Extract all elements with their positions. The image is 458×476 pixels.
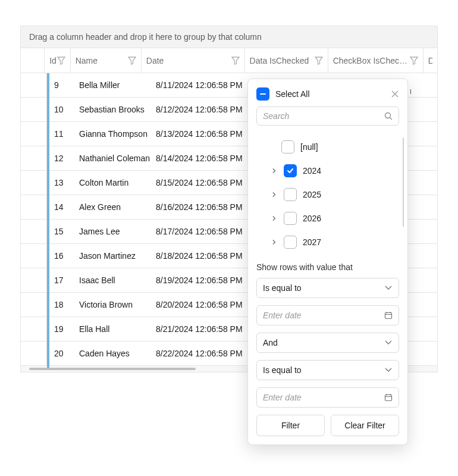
search-input[interactable] [263, 111, 384, 121]
tree-item[interactable]: 2025 [256, 183, 399, 206]
operator2-combo[interactable]: Is equal to [256, 360, 399, 380]
tree-item[interactable]: 2026 [256, 206, 399, 230]
column-label: Data IsChecked [250, 56, 309, 65]
cell-id[interactable]: 20 [47, 349, 74, 358]
tree-checkbox[interactable] [284, 212, 297, 225]
cell-id[interactable]: 11 [47, 129, 74, 139]
cell-date[interactable]: 8/21/2024 12:06:58 PM [151, 324, 263, 334]
funnel-icon[interactable] [128, 57, 136, 65]
cell-tick-indicator [410, 89, 414, 94]
cell-id[interactable]: 10 [47, 105, 74, 114]
funnel-icon[interactable] [231, 57, 240, 65]
cell-id[interactable]: 12 [47, 154, 74, 163]
column-header-checkbox-ischecked[interactable]: CheckBox IsChecked [328, 48, 424, 73]
select-all-row[interactable]: Select All [256, 87, 310, 101]
expand-icon[interactable] [271, 167, 278, 174]
date2-input[interactable]: Enter date [256, 387, 399, 408]
cell-name[interactable]: Sebastian Brooks [74, 105, 151, 114]
row-indicator-cell [21, 73, 47, 97]
row-indicator-cell [21, 244, 47, 268]
cell-id[interactable]: 16 [47, 251, 74, 261]
date-placeholder: Enter date [263, 311, 302, 320]
chevron-down-icon [384, 284, 393, 292]
cell-id[interactable]: 9 [47, 80, 74, 90]
row-indicator-cell [21, 342, 47, 365]
funnel-icon[interactable] [410, 57, 418, 65]
expand-icon[interactable] [271, 239, 278, 246]
condition-filter-section: Show rows with value that Is equal to En… [248, 259, 407, 408]
expand-icon[interactable] [271, 191, 278, 198]
row-indicator-cell [21, 317, 47, 341]
clear-filter-button[interactable]: Clear Filter [331, 415, 399, 436]
filter-search-box[interactable] [256, 107, 399, 126]
cell-id[interactable]: 15 [47, 227, 74, 236]
cell-date[interactable]: 8/18/2024 12:06:58 PM [151, 251, 263, 261]
cell-date[interactable]: 8/12/2024 12:06:58 PM [151, 105, 263, 114]
cell-date[interactable]: 8/17/2024 12:06:58 PM [151, 227, 263, 236]
cell-date[interactable]: 8/11/2024 12:06:58 PM [151, 80, 263, 90]
cell-date[interactable]: 8/22/2024 12:06:58 PM [151, 349, 263, 358]
cell-id[interactable]: 19 [47, 324, 74, 334]
column-header-dynamic[interactable]: Dy [424, 48, 437, 73]
tree-item[interactable]: 2024 [256, 159, 399, 183]
row-indicator-cell [21, 220, 47, 243]
cell-id[interactable]: 18 [47, 300, 74, 309]
column-header-id[interactable]: Id [45, 48, 70, 73]
cell-name[interactable]: Victoria Brown [74, 300, 151, 309]
cell-name[interactable]: Gianna Thompson [74, 129, 151, 139]
column-label: CheckBox IsChecked [333, 56, 410, 65]
cell-date[interactable]: 8/20/2024 12:06:58 PM [151, 300, 263, 309]
tree-checkbox[interactable] [284, 188, 297, 201]
cell-name[interactable]: Nathaniel Coleman [74, 154, 151, 163]
cell-name[interactable]: Jason Martinez [74, 251, 151, 261]
tree-scroll-track[interactable] [403, 137, 404, 227]
cell-date[interactable]: 8/19/2024 12:06:58 PM [151, 275, 263, 285]
cell-date[interactable]: 8/16/2024 12:06:58 PM [151, 202, 263, 212]
tree-item-label: 2025 [303, 190, 321, 199]
cell-id[interactable]: 14 [47, 202, 74, 212]
cell-date[interactable]: 8/13/2024 12:06:58 PM [151, 129, 263, 139]
cell-name[interactable]: Isaac Bell [74, 275, 151, 285]
expand-icon[interactable] [271, 215, 278, 222]
group-by-panel[interactable]: Drag a column header and drop it here to… [21, 26, 437, 48]
cell-date[interactable]: 8/15/2024 12:06:58 PM [151, 178, 263, 187]
search-icon [384, 112, 393, 120]
combo-value: Is equal to [263, 283, 302, 293]
logic-combo[interactable]: And [256, 333, 399, 353]
filter-button[interactable]: Filter [256, 415, 325, 436]
calendar-icon[interactable] [384, 311, 393, 320]
column-header-row: Id Name Date Data IsChecked CheckBox IsC… [21, 48, 437, 73]
column-header-data-ischecked[interactable]: Data IsChecked [245, 48, 328, 73]
column-header-name[interactable]: Name [71, 48, 142, 73]
condition-title: Show rows with value that [256, 262, 399, 272]
cell-id[interactable]: 13 [47, 178, 74, 187]
combo-value: Is equal to [263, 365, 302, 375]
tree-checkbox[interactable] [281, 140, 294, 154]
cell-name[interactable]: Ella Hall [74, 324, 151, 334]
cell-date[interactable]: 8/14/2024 12:06:58 PM [151, 154, 263, 163]
cell-name[interactable]: James Lee [74, 227, 151, 236]
popup-header: Select All [248, 85, 407, 107]
select-all-checkbox-indeterminate[interactable] [256, 87, 269, 101]
calendar-icon[interactable] [384, 393, 393, 402]
chevron-down-icon [384, 366, 393, 374]
tree-item[interactable]: [null] [256, 135, 399, 159]
cell-name[interactable]: Caden Hayes [74, 349, 151, 358]
scroll-thumb[interactable] [29, 368, 196, 370]
tree-item[interactable]: 2027 [256, 230, 399, 254]
funnel-icon[interactable] [315, 57, 323, 65]
column-label: Id [49, 56, 57, 65]
column-header-date[interactable]: Date [142, 48, 245, 73]
date-placeholder: Enter date [263, 393, 302, 402]
close-icon[interactable] [391, 90, 399, 98]
tree-checkbox[interactable] [284, 236, 297, 249]
tree-checkbox[interactable] [284, 164, 297, 177]
cell-name[interactable]: Colton Martin [74, 178, 151, 187]
row-indicator-cell [21, 268, 47, 292]
cell-name[interactable]: Bella Miller [74, 80, 151, 90]
operator1-combo[interactable]: Is equal to [256, 278, 399, 298]
cell-name[interactable]: Alex Green [74, 202, 151, 212]
funnel-icon[interactable] [57, 57, 65, 65]
cell-id[interactable]: 17 [47, 275, 74, 285]
date1-input[interactable]: Enter date [256, 305, 399, 325]
